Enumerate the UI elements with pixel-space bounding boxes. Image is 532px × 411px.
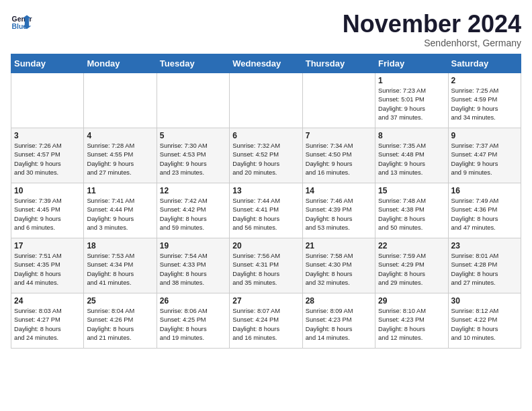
day-number: 8	[378, 131, 445, 140]
logo: General Blue	[11, 11, 32, 32]
day-number: 2	[451, 76, 518, 85]
calendar-day-cell: 23Sunrise: 8:01 AM Sunset: 4:28 PM Dayli…	[448, 238, 521, 293]
day-info: Sunrise: 7:23 AM Sunset: 5:01 PM Dayligh…	[378, 87, 445, 123]
day-number: 22	[378, 241, 445, 250]
calendar-week-row: 3Sunrise: 7:26 AM Sunset: 4:57 PM Daylig…	[11, 128, 521, 183]
calendar-day-cell: 3Sunrise: 7:26 AM Sunset: 4:57 PM Daylig…	[11, 128, 84, 183]
day-of-week-header: Sunday	[11, 54, 84, 73]
day-number: 16	[451, 186, 518, 195]
day-info: Sunrise: 7:25 AM Sunset: 4:59 PM Dayligh…	[451, 87, 518, 123]
calendar-day-cell: 29Sunrise: 8:10 AM Sunset: 4:23 PM Dayli…	[375, 293, 448, 348]
calendar-day-cell: 30Sunrise: 8:12 AM Sunset: 4:22 PM Dayli…	[448, 293, 521, 348]
calendar-body: 1Sunrise: 7:23 AM Sunset: 5:01 PM Daylig…	[11, 73, 521, 348]
day-info: Sunrise: 7:48 AM Sunset: 4:38 PM Dayligh…	[378, 197, 445, 233]
day-info: Sunrise: 7:37 AM Sunset: 4:47 PM Dayligh…	[451, 142, 518, 178]
calendar-day-cell: 4Sunrise: 7:28 AM Sunset: 4:55 PM Daylig…	[84, 128, 157, 183]
day-info: Sunrise: 8:07 AM Sunset: 4:24 PM Dayligh…	[232, 307, 299, 343]
day-info: Sunrise: 8:06 AM Sunset: 4:25 PM Dayligh…	[160, 307, 226, 343]
calendar-day-cell: 13Sunrise: 7:44 AM Sunset: 4:41 PM Dayli…	[230, 183, 302, 238]
day-of-week-header: Tuesday	[157, 54, 229, 73]
calendar-week-row: 17Sunrise: 7:51 AM Sunset: 4:35 PM Dayli…	[11, 238, 521, 293]
calendar-day-cell: 5Sunrise: 7:30 AM Sunset: 4:53 PM Daylig…	[157, 128, 229, 183]
day-info: Sunrise: 7:58 AM Sunset: 4:30 PM Dayligh…	[306, 252, 372, 288]
day-of-week-header: Thursday	[302, 54, 375, 73]
calendar-header-row: SundayMondayTuesdayWednesdayThursdayFrid…	[11, 54, 521, 73]
day-of-week-header: Wednesday	[230, 54, 302, 73]
logo-icon: General Blue	[11, 11, 32, 32]
day-number: 26	[160, 296, 226, 306]
day-number: 11	[87, 186, 153, 195]
page-header: General Blue November 2024 Sendenhorst, …	[11, 11, 521, 48]
calendar-day-cell	[84, 73, 157, 128]
calendar-day-cell: 24Sunrise: 8:03 AM Sunset: 4:27 PM Dayli…	[11, 293, 84, 348]
day-of-week-header: Saturday	[448, 54, 521, 73]
day-of-week-header: Monday	[84, 54, 157, 73]
month-title: November 2024	[343, 11, 521, 38]
calendar-day-cell: 17Sunrise: 7:51 AM Sunset: 4:35 PM Dayli…	[11, 238, 84, 293]
calendar-day-cell: 12Sunrise: 7:42 AM Sunset: 4:42 PM Dayli…	[157, 183, 229, 238]
day-info: Sunrise: 7:41 AM Sunset: 4:44 PM Dayligh…	[87, 197, 153, 233]
day-info: Sunrise: 8:10 AM Sunset: 4:23 PM Dayligh…	[378, 307, 445, 343]
calendar-day-cell: 10Sunrise: 7:39 AM Sunset: 4:45 PM Dayli…	[11, 183, 84, 238]
day-number: 15	[378, 186, 445, 195]
day-number: 4	[87, 131, 153, 140]
calendar-day-cell: 14Sunrise: 7:46 AM Sunset: 4:39 PM Dayli…	[302, 183, 375, 238]
calendar-day-cell: 2Sunrise: 7:25 AM Sunset: 4:59 PM Daylig…	[448, 73, 521, 128]
day-info: Sunrise: 8:09 AM Sunset: 4:23 PM Dayligh…	[306, 307, 372, 343]
calendar-day-cell: 25Sunrise: 8:04 AM Sunset: 4:26 PM Dayli…	[84, 293, 157, 348]
svg-text:General: General	[12, 15, 32, 23]
calendar-day-cell: 6Sunrise: 7:32 AM Sunset: 4:52 PM Daylig…	[230, 128, 302, 183]
day-number: 10	[14, 186, 81, 195]
day-number: 17	[14, 241, 81, 250]
calendar-day-cell: 18Sunrise: 7:53 AM Sunset: 4:34 PM Dayli…	[84, 238, 157, 293]
calendar-day-cell: 19Sunrise: 7:54 AM Sunset: 4:33 PM Dayli…	[157, 238, 229, 293]
day-info: Sunrise: 8:12 AM Sunset: 4:22 PM Dayligh…	[451, 307, 518, 343]
day-info: Sunrise: 7:26 AM Sunset: 4:57 PM Dayligh…	[14, 142, 81, 178]
day-info: Sunrise: 7:44 AM Sunset: 4:41 PM Dayligh…	[232, 197, 299, 233]
day-info: Sunrise: 7:34 AM Sunset: 4:50 PM Dayligh…	[306, 142, 372, 178]
day-info: Sunrise: 7:59 AM Sunset: 4:29 PM Dayligh…	[378, 252, 445, 288]
day-number: 28	[306, 296, 372, 306]
day-number: 19	[160, 241, 226, 250]
day-number: 6	[232, 131, 299, 140]
day-number: 21	[306, 241, 372, 250]
calendar-day-cell: 22Sunrise: 7:59 AM Sunset: 4:29 PM Dayli…	[375, 238, 448, 293]
day-info: Sunrise: 7:49 AM Sunset: 4:36 PM Dayligh…	[451, 197, 518, 233]
day-info: Sunrise: 7:30 AM Sunset: 4:53 PM Dayligh…	[160, 142, 226, 178]
day-number: 24	[14, 296, 81, 306]
calendar-day-cell: 11Sunrise: 7:41 AM Sunset: 4:44 PM Dayli…	[84, 183, 157, 238]
day-info: Sunrise: 7:35 AM Sunset: 4:48 PM Dayligh…	[378, 142, 445, 178]
day-number: 18	[87, 241, 153, 250]
location-subtitle: Sendenhorst, Germany	[343, 38, 521, 48]
day-number: 9	[451, 131, 518, 140]
calendar-day-cell: 8Sunrise: 7:35 AM Sunset: 4:48 PM Daylig…	[375, 128, 448, 183]
calendar-table: SundayMondayTuesdayWednesdayThursdayFrid…	[11, 54, 521, 349]
day-number: 25	[87, 296, 153, 306]
calendar-week-row: 24Sunrise: 8:03 AM Sunset: 4:27 PM Dayli…	[11, 293, 521, 348]
day-info: Sunrise: 8:03 AM Sunset: 4:27 PM Dayligh…	[14, 307, 81, 343]
calendar-day-cell: 15Sunrise: 7:48 AM Sunset: 4:38 PM Dayli…	[375, 183, 448, 238]
day-number: 7	[306, 131, 372, 140]
day-info: Sunrise: 7:28 AM Sunset: 4:55 PM Dayligh…	[87, 142, 153, 178]
day-info: Sunrise: 7:51 AM Sunset: 4:35 PM Dayligh…	[14, 252, 81, 288]
day-number: 23	[451, 241, 518, 250]
calendar-day-cell	[157, 73, 229, 128]
day-number: 3	[14, 131, 81, 140]
calendar-day-cell: 1Sunrise: 7:23 AM Sunset: 5:01 PM Daylig…	[375, 73, 448, 128]
day-info: Sunrise: 7:32 AM Sunset: 4:52 PM Dayligh…	[232, 142, 299, 178]
calendar-day-cell: 7Sunrise: 7:34 AM Sunset: 4:50 PM Daylig…	[302, 128, 375, 183]
calendar-day-cell: 26Sunrise: 8:06 AM Sunset: 4:25 PM Dayli…	[157, 293, 229, 348]
calendar-day-cell: 27Sunrise: 8:07 AM Sunset: 4:24 PM Dayli…	[230, 293, 302, 348]
day-number: 1	[378, 76, 445, 85]
calendar-day-cell: 21Sunrise: 7:58 AM Sunset: 4:30 PM Dayli…	[302, 238, 375, 293]
day-info: Sunrise: 8:04 AM Sunset: 4:26 PM Dayligh…	[87, 307, 153, 343]
calendar-day-cell: 16Sunrise: 7:49 AM Sunset: 4:36 PM Dayli…	[448, 183, 521, 238]
day-info: Sunrise: 7:56 AM Sunset: 4:31 PM Dayligh…	[232, 252, 299, 288]
day-number: 30	[451, 296, 518, 306]
day-number: 14	[306, 186, 372, 195]
day-number: 5	[160, 131, 226, 140]
day-info: Sunrise: 7:53 AM Sunset: 4:34 PM Dayligh…	[87, 252, 153, 288]
day-info: Sunrise: 7:39 AM Sunset: 4:45 PM Dayligh…	[14, 197, 81, 233]
calendar-week-row: 10Sunrise: 7:39 AM Sunset: 4:45 PM Dayli…	[11, 183, 521, 238]
day-number: 13	[232, 186, 299, 195]
